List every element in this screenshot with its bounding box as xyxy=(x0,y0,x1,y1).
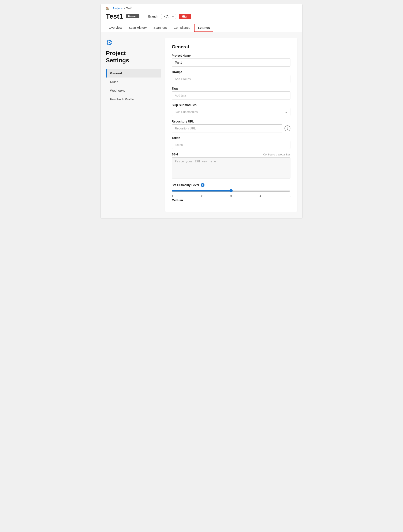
sidebar: ⚙ Project Settings General Rules Webhook… xyxy=(106,38,165,212)
tags-input[interactable] xyxy=(172,91,290,100)
nav-tabs: Overview Scan History Scanners Complianc… xyxy=(101,24,302,32)
repository-url-input[interactable] xyxy=(172,124,282,133)
slider-label-4: 4 xyxy=(260,195,261,198)
skip-submodules-wrapper: ⌄ Skip Submodules xyxy=(172,108,290,116)
skip-submodules-select[interactable] xyxy=(172,108,290,116)
criticality-label-row: Set Criticality Level i xyxy=(172,183,290,187)
settings-section-title: General xyxy=(172,44,290,50)
project-name-group: Project Name xyxy=(172,54,290,67)
tags-group: Tags xyxy=(172,87,290,100)
ssh-textarea[interactable] xyxy=(172,157,290,178)
token-input[interactable] xyxy=(172,141,290,149)
tab-compliance[interactable]: Compliance xyxy=(171,24,193,32)
repository-url-label: Repository URL xyxy=(172,120,290,123)
slider-labels: 1 2 3 4 5 xyxy=(172,195,290,198)
page-wrapper: 🏠 › Projects › Test1 Test1 Project | Bra… xyxy=(101,4,302,218)
slider-label-3: 3 xyxy=(230,195,232,198)
branch-label: Branch xyxy=(148,15,158,18)
branch-select[interactable]: N/A xyxy=(161,14,176,19)
ssh-label-row: SSH Configure a global key xyxy=(172,153,290,156)
sidebar-item-general[interactable]: General xyxy=(106,69,161,77)
tab-scan-history[interactable]: Scan History xyxy=(126,24,150,32)
severity-badge: High xyxy=(179,14,191,19)
slider-label-2: 2 xyxy=(201,195,203,198)
sidebar-item-feedback-profile[interactable]: Feedback Profile xyxy=(106,95,161,103)
groups-input[interactable] xyxy=(172,75,290,83)
ssh-label: SSH xyxy=(172,153,178,156)
token-group: Token xyxy=(172,136,290,149)
settings-panel: General Project Name Groups Tags Skip Su… xyxy=(165,38,297,212)
gear-icon: ⚙ xyxy=(106,38,161,47)
ssh-group: SSH Configure a global key xyxy=(172,153,290,179)
slider-label-5: 5 xyxy=(289,195,290,198)
main-content: ⚙ Project Settings General Rules Webhook… xyxy=(101,32,302,218)
project-name-input[interactable] xyxy=(172,58,290,67)
criticality-group: Set Criticality Level i 1 2 3 4 5 Medium xyxy=(172,183,290,202)
breadcrumb: 🏠 › Projects › Test1 xyxy=(101,4,302,12)
groups-group: Groups xyxy=(172,70,290,83)
repository-url-group: Repository URL ? xyxy=(172,120,290,133)
sidebar-item-webhooks[interactable]: Webhooks xyxy=(106,86,161,95)
tags-label: Tags xyxy=(172,87,290,90)
criticality-label: Set Criticality Level xyxy=(172,183,199,187)
criticality-value: Medium xyxy=(172,198,290,202)
sidebar-menu: General Rules Webhooks Feedback Profile xyxy=(106,69,161,103)
tab-settings[interactable]: Settings xyxy=(194,24,213,32)
sidebar-title: Project Settings xyxy=(106,50,161,64)
project-badge: Project xyxy=(126,14,139,18)
tab-scanners[interactable]: Scanners xyxy=(151,24,170,32)
projects-link[interactable]: Projects xyxy=(113,7,122,10)
sidebar-item-rules[interactable]: Rules xyxy=(106,77,161,86)
current-project-label: Test1 xyxy=(126,7,133,10)
slider-label-1: 1 xyxy=(172,195,173,198)
criticality-slider[interactable] xyxy=(172,189,290,192)
token-label: Token xyxy=(172,136,290,139)
page-header: Test1 Project | Branch N/A High xyxy=(101,12,302,24)
skip-submodules-group: Skip Submodules ⌄ Skip Submodules xyxy=(172,103,290,116)
tab-overview[interactable]: Overview xyxy=(106,24,125,32)
skip-submodules-label: Skip Submodules xyxy=(172,103,290,107)
ssh-configure-link[interactable]: Configure a global key xyxy=(263,153,290,156)
groups-label: Groups xyxy=(172,70,290,74)
info-icon[interactable]: i xyxy=(201,183,205,187)
project-name-label: Project Name xyxy=(172,54,290,57)
help-icon[interactable]: ? xyxy=(285,126,290,131)
repository-url-row: ? xyxy=(172,124,290,133)
home-icon[interactable]: 🏠 xyxy=(106,7,109,10)
page-title: Test1 xyxy=(106,13,123,20)
